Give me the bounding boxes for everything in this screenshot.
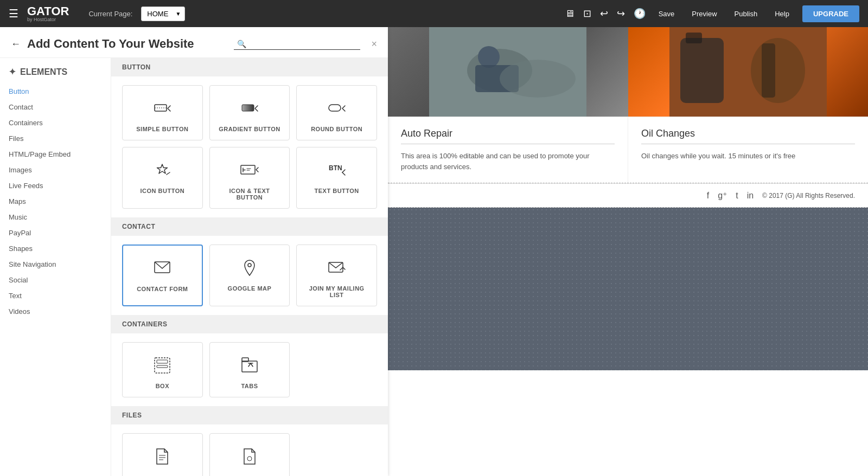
sidebar-item-text[interactable]: Text bbox=[0, 288, 111, 304]
box-item[interactable]: BOX bbox=[122, 342, 203, 397]
logo-text: GATORby HostGator bbox=[27, 5, 69, 22]
gradient-button-item[interactable]: GRADIENT BUTTON bbox=[209, 85, 290, 140]
join-mailing-list-icon bbox=[327, 256, 347, 280]
join-mailing-list-item[interactable]: JOIN MY MAILING LIST bbox=[296, 245, 377, 306]
elements-section-header: ✦ ELEMENTS bbox=[0, 67, 111, 83]
file1-icon bbox=[152, 445, 172, 468]
top-navigation: ☰ GATORby HostGator Current Page: HOME 🖥… bbox=[0, 0, 868, 27]
preview-two-col: Auto Repair This area is 100% editable a… bbox=[388, 117, 868, 183]
preview-dark-area bbox=[388, 208, 868, 370]
sidebar-item-social[interactable]: Social bbox=[0, 272, 111, 288]
icon-button-icon bbox=[152, 158, 172, 182]
svg-rect-12 bbox=[157, 360, 168, 363]
col1-title: Auto Repair bbox=[401, 128, 615, 139]
tabs-item[interactable]: TABS bbox=[209, 342, 290, 397]
contact-items-grid: CONTACT FORM GOOGLE MAP bbox=[122, 245, 377, 306]
facebook-icon[interactable]: f bbox=[707, 191, 709, 201]
sidebar-item-html-embed[interactable]: HTML/Page Embed bbox=[0, 146, 111, 162]
publish-button[interactable]: Publish bbox=[730, 8, 762, 20]
page-selector[interactable]: HOME bbox=[141, 7, 185, 21]
files-section-header: FILES bbox=[111, 406, 388, 424]
preview-button[interactable]: Preview bbox=[687, 8, 721, 20]
preview-footer: f g⁺ t in © 2017 (G) All Rights Reserved… bbox=[388, 183, 868, 207]
desktop-view-icon[interactable]: 🖥 bbox=[565, 8, 575, 20]
sidebar-item-music[interactable]: Music bbox=[0, 209, 111, 225]
panel-header: ← Add Content To Your Website 🔍 × bbox=[0, 27, 388, 58]
search-wrap: 🔍 bbox=[234, 38, 360, 50]
help-button[interactable]: Help bbox=[770, 8, 794, 20]
sidebar-item-maps[interactable]: Maps bbox=[0, 194, 111, 209]
preview-content: Auto Repair This area is 100% editable a… bbox=[388, 27, 868, 476]
svg-rect-26 bbox=[680, 38, 724, 103]
svg-rect-2 bbox=[242, 105, 254, 111]
round-button-item[interactable]: ROUND BUTTON bbox=[296, 85, 377, 140]
sidebar-item-containers[interactable]: Containers bbox=[0, 115, 111, 131]
save-button[interactable]: Save bbox=[654, 8, 679, 20]
text-button-icon: BTN bbox=[327, 158, 347, 182]
copyright-text: © 2017 (G) All Rights Reserved. bbox=[762, 192, 855, 200]
file1-item[interactable] bbox=[122, 433, 203, 476]
contact-section-header: CONTACT bbox=[111, 217, 388, 236]
box-label: BOX bbox=[156, 383, 169, 389]
svg-point-24 bbox=[500, 60, 576, 98]
sidebar-item-contact[interactable]: Contact bbox=[0, 99, 111, 115]
elements-icon: ✦ bbox=[9, 67, 16, 77]
icon-button-label: ICON BUTTON bbox=[140, 188, 184, 194]
file2-item[interactable] bbox=[209, 433, 290, 476]
content-area: BUTTON SIMPLE BUTTON bbox=[111, 58, 388, 476]
history-icon[interactable]: 🕐 bbox=[634, 8, 646, 20]
sidebar-item-images[interactable]: Images bbox=[0, 162, 111, 178]
gradient-button-label: GRADIENT BUTTON bbox=[219, 126, 280, 132]
back-arrow-icon[interactable]: ← bbox=[11, 38, 21, 50]
sidebar-item-live-feeds[interactable]: Live Feeds bbox=[0, 178, 111, 194]
icon-button-item[interactable]: ICON BUTTON bbox=[122, 147, 203, 209]
col2-text: Oil changes while you wait. 15 minutes o… bbox=[641, 151, 855, 162]
nav-view-icons: 🖥 ⊡ ↩ ↪ 🕐 bbox=[565, 8, 646, 20]
undo-icon[interactable]: ↩ bbox=[600, 8, 608, 20]
oil-change-image bbox=[628, 27, 869, 117]
files-items-grid bbox=[122, 433, 377, 476]
round-button-label: ROUND BUTTON bbox=[311, 126, 362, 132]
twitter-icon[interactable]: t bbox=[736, 191, 738, 201]
close-icon[interactable]: × bbox=[371, 38, 377, 50]
tablet-view-icon[interactable]: ⊡ bbox=[583, 8, 591, 20]
svg-rect-29 bbox=[762, 43, 775, 98]
left-panel: ← Add Content To Your Website 🔍 × ✦ ELEM… bbox=[0, 27, 388, 476]
containers-items-grid: BOX TABS bbox=[122, 342, 377, 397]
preview-images-row bbox=[388, 27, 868, 117]
svg-rect-13 bbox=[157, 365, 168, 368]
simple-button-icon bbox=[152, 97, 172, 120]
box-icon bbox=[152, 353, 172, 377]
panel-body: ✦ ELEMENTS Button Contact Containers Fil… bbox=[0, 58, 388, 476]
sidebar-item-site-navigation[interactable]: Site Navigation bbox=[0, 256, 111, 272]
button-grid-section: SIMPLE BUTTON bbox=[111, 76, 388, 217]
sidebar-item-shapes[interactable]: Shapes bbox=[0, 241, 111, 256]
search-input[interactable] bbox=[248, 40, 357, 48]
upgrade-button[interactable]: UPGRADE bbox=[802, 5, 859, 22]
text-button-label: TEXT BUTTON bbox=[315, 188, 359, 194]
google-map-item[interactable]: GOOGLE MAP bbox=[209, 245, 290, 306]
svg-point-28 bbox=[751, 38, 805, 103]
icon-text-button-item[interactable]: ICON & TEXT BUTTON bbox=[209, 147, 290, 209]
sidebar-item-videos[interactable]: Videos bbox=[0, 304, 111, 319]
tabs-label: TABS bbox=[241, 383, 258, 389]
button-items-grid: SIMPLE BUTTON bbox=[122, 85, 377, 209]
gradient-button-icon bbox=[240, 97, 259, 120]
googleplus-icon[interactable]: g⁺ bbox=[718, 190, 727, 201]
contact-form-item[interactable]: CONTACT FORM bbox=[122, 245, 203, 306]
right-preview: Auto Repair This area is 100% editable a… bbox=[388, 27, 868, 476]
redo-icon[interactable]: ↪ bbox=[617, 8, 625, 20]
hamburger-menu-icon[interactable]: ☰ bbox=[9, 7, 18, 20]
svg-rect-0 bbox=[155, 105, 167, 111]
files-grid-section bbox=[111, 424, 388, 476]
sidebar: ✦ ELEMENTS Button Contact Containers Fil… bbox=[0, 58, 111, 476]
sidebar-item-paypal[interactable]: PayPal bbox=[0, 225, 111, 241]
google-map-icon bbox=[240, 256, 259, 280]
simple-button-item[interactable]: SIMPLE BUTTON bbox=[122, 85, 203, 140]
svg-point-7 bbox=[248, 263, 251, 267]
sidebar-item-button[interactable]: Button bbox=[0, 83, 111, 99]
text-button-item[interactable]: BTN TEXT BUTTON bbox=[296, 147, 377, 209]
sidebar-item-files[interactable]: Files bbox=[0, 131, 111, 146]
linkedin-icon[interactable]: in bbox=[747, 191, 754, 201]
containers-section-header: CONTAINERS bbox=[111, 315, 388, 333]
